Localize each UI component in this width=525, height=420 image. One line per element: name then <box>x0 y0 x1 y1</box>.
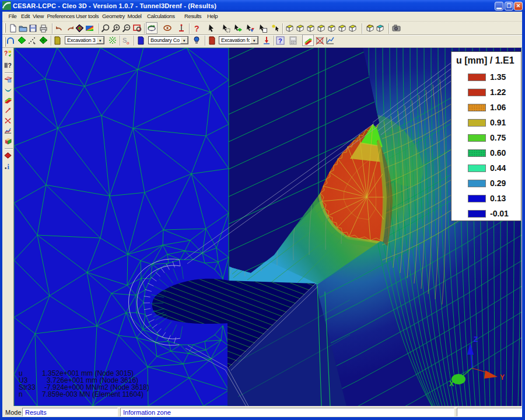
svg-text:7.859e-003 MN (Element 11604): 7.859e-003 MN (Element 11604) <box>42 390 144 398</box>
svg-text:o: o <box>127 40 130 46</box>
svg-text:n: n <box>19 390 23 398</box>
svg-text:X: X <box>449 380 454 388</box>
svg-text:i: i <box>8 163 10 171</box>
svg-text:?: ? <box>278 37 282 44</box>
svg-text:Y: Y <box>500 373 505 382</box>
svg-text:Z: Z <box>474 335 478 344</box>
svg-text:?: ? <box>194 24 200 33</box>
svg-text:?: ? <box>8 62 12 69</box>
svg-text:?: ? <box>4 50 8 57</box>
